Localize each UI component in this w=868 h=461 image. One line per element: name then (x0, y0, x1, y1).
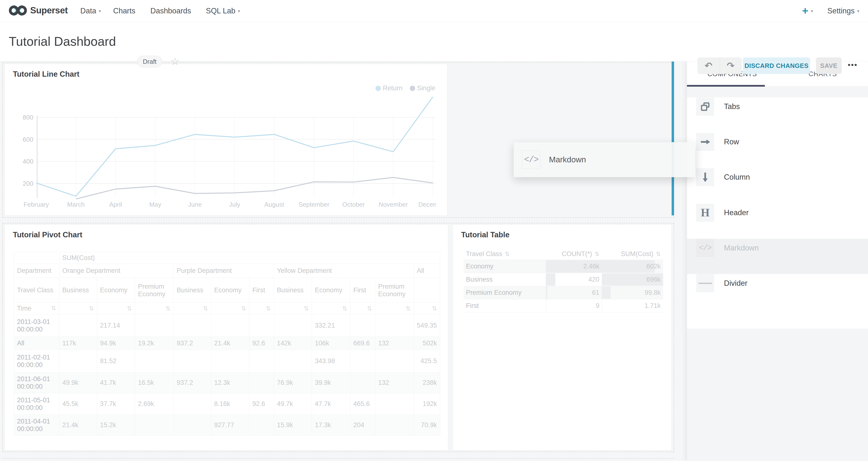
sort-icon[interactable]: ⇅ (266, 305, 271, 312)
pivot-cell (135, 415, 174, 436)
nav-item-dashboards[interactable]: Dashboards (150, 0, 191, 22)
column-header-travel-class[interactable]: Travel Class⇅ (464, 248, 546, 260)
pivot-cell (211, 314, 249, 337)
pivot-cell: 117k (59, 337, 97, 350)
table-cell: 420 (546, 273, 602, 286)
svg-text:May: May (149, 201, 161, 208)
pivot-cell (59, 314, 97, 337)
sort-icon[interactable]: ⇅ (594, 251, 599, 257)
sort-icon[interactable]: ⇅ (304, 305, 309, 312)
pivot-row: 2011-04-0100:00:0021.4k15.2k927.7715.9k1… (14, 415, 440, 436)
cell-bar (602, 286, 611, 299)
overflow-menu-button[interactable]: ••• (848, 61, 858, 69)
pivot-cell: Department (14, 264, 59, 278)
svg-text:April: April (109, 201, 122, 208)
column-header-count-[interactable]: COUNT(*)⇅ (546, 248, 602, 260)
dragged-markdown-component[interactable]: </> Markdown (514, 142, 695, 177)
pivot-cell (249, 372, 274, 393)
pivot-cell (135, 314, 174, 337)
add-new-button[interactable]: + ▾ (802, 0, 813, 22)
sort-icon[interactable]: ⇅ (127, 305, 132, 312)
sort-icon[interactable]: ⇅ (89, 305, 94, 312)
pivot-cell: 132 (375, 372, 414, 393)
svg-text:August: August (265, 201, 284, 208)
pivot-cell: 2.69k (135, 393, 174, 415)
pivot-cell: All (14, 337, 59, 350)
pivot-chart-card[interactable]: Tutorial Pivot Chart SUM(Cost)Department… (4, 224, 448, 450)
pivot-cell: ⇅ (414, 303, 440, 314)
sidebar-item-column[interactable]: Column (687, 168, 868, 203)
pivot-cell (350, 314, 375, 337)
sidebar-item-header[interactable]: HHeader (687, 204, 868, 239)
table-cell: 602k (602, 260, 663, 273)
pivot-cell (249, 350, 274, 372)
pivot-cell: ⇅ (274, 303, 312, 314)
column-header-sum-cost-[interactable]: SUM(Cost)⇅ (602, 248, 663, 260)
redo-button[interactable]: ↷ (720, 57, 742, 74)
svg-text:200: 200 (23, 180, 33, 187)
sort-icon[interactable]: ⇅ (406, 305, 411, 312)
svg-text:800: 800 (23, 114, 33, 121)
undo-button[interactable]: ↶ (698, 57, 719, 74)
table-cell: 696k (602, 273, 663, 286)
sort-icon[interactable]: ⇅ (203, 305, 208, 312)
superset-logo[interactable]: Superset (8, 3, 68, 18)
sort-icon[interactable]: ⇅ (432, 305, 437, 312)
pivot-cell (211, 350, 249, 372)
sidebar-item-divider[interactable]: Divider (687, 274, 868, 309)
pivot-cell (375, 415, 414, 436)
pivot-cell: Business (59, 278, 97, 303)
top-navbar: Superset Data▾ChartsDashboardsSQL Lab▾ +… (0, 0, 868, 22)
sidebar-spacer (687, 87, 868, 97)
chart-title: Tutorial Pivot Chart (13, 230, 82, 239)
pivot-table: SUM(Cost)DepartmentOrange DepartmentPurp… (14, 252, 440, 436)
table-chart-card[interactable]: Tutorial Table Travel Class⇅COUNT(*)⇅SUM… (453, 224, 672, 450)
sidebar-item-row[interactable]: Row (687, 133, 868, 168)
discard-changes-button[interactable]: DISCARD CHANGES (743, 57, 810, 74)
empty-droptarget[interactable] (2, 458, 674, 461)
page-title[interactable]: Tutorial Dashboard (9, 34, 116, 49)
sort-icon[interactable]: ⇅ (367, 305, 372, 312)
pivot-cell: ⇅ (59, 303, 97, 314)
pivot-cell: ⇅ (350, 303, 375, 314)
sidebar-item-tabs[interactable]: Tabs (687, 97, 868, 133)
sort-icon[interactable]: ⇅ (505, 251, 509, 257)
nav-item-data[interactable]: Data▾ (80, 0, 101, 22)
table-cell: Economy (464, 260, 546, 273)
line-chart-card[interactable]: Tutorial Line Chart ReturnSingle Februar… (4, 64, 447, 216)
sort-icon[interactable]: ⇅ (165, 305, 170, 312)
nav-item-charts[interactable]: Charts (113, 0, 135, 22)
nav-item-sql-lab[interactable]: SQL Lab▾ (206, 0, 240, 22)
sidebar-spacer (687, 329, 868, 461)
table-cell: 1.71k (602, 299, 663, 312)
tabs-icon (696, 98, 714, 116)
data-table: Travel Class⇅COUNT(*)⇅SUM(Cost)⇅Economy2… (464, 248, 663, 312)
pivot-cell: 502k (414, 337, 440, 350)
sort-icon[interactable]: ⇅ (241, 305, 246, 312)
table-cell: 9 (546, 299, 602, 312)
save-button[interactable]: SAVE (816, 57, 842, 74)
pivot-cell: 343.98 (312, 350, 350, 372)
table-cell: 99.8k (602, 286, 663, 299)
sidebar-item-label: Column (724, 168, 750, 186)
sidebar-item-markdown[interactable]: </>Markdown (687, 239, 868, 274)
plus-icon: + (802, 1, 808, 21)
sort-icon[interactable]: ⇅ (342, 305, 347, 312)
svg-text:June: June (188, 201, 202, 208)
pivot-cell (350, 350, 375, 372)
column-icon (696, 168, 714, 186)
sidebar-item-label: Divider (724, 274, 747, 292)
chevron-down-icon: ▾ (811, 8, 813, 14)
row-icon (696, 133, 714, 151)
pivot-cell (14, 252, 59, 264)
sort-icon[interactable]: ⇅ (51, 305, 56, 312)
pivot-cell: 15.2k (97, 415, 135, 436)
pivot-cell (375, 314, 414, 337)
pivot-cell: Economy (312, 278, 350, 303)
settings-menu[interactable]: Settings ▾ (827, 0, 860, 22)
pivot-cell: 669.6 (350, 337, 375, 350)
sort-icon[interactable]: ⇅ (656, 251, 661, 257)
settings-label: Settings (827, 7, 855, 16)
favorite-star-icon[interactable]: ☆ (170, 56, 180, 67)
brand-name: Superset (30, 5, 68, 16)
